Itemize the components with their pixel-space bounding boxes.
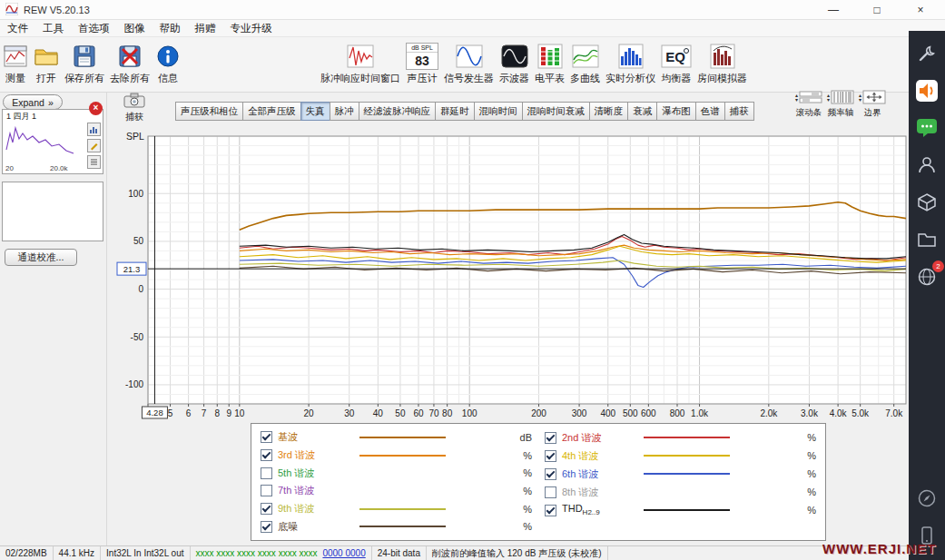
measurement-slot-empty — [2, 182, 103, 241]
chat-icon[interactable] — [915, 116, 939, 140]
menu-file[interactable]: 文件 — [0, 21, 35, 36]
tab-decay[interactable]: 衰减 — [627, 102, 657, 121]
remove-all-button[interactable]: 去除所有 — [107, 41, 153, 86]
legend-row-h5: 5th 谐波% — [261, 464, 532, 482]
tab-impulse[interactable]: 脉冲 — [330, 102, 359, 121]
scrollbars-control[interactable]: ▴▾滚动条 — [795, 90, 822, 119]
measurement-close-icon[interactable]: × — [89, 102, 103, 115]
tab-group-delay[interactable]: 群延时 — [435, 102, 475, 121]
legend-label-h3: 3rd 谐波 — [278, 448, 350, 462]
thumb-graph-icon[interactable] — [87, 123, 101, 136]
tab-capture[interactable]: 捕获 — [724, 102, 754, 121]
audio-app-icon[interactable] — [915, 79, 939, 103]
tab-spectrogram[interactable]: 色谱 — [695, 102, 725, 121]
distortion-chart[interactable]: 100500-50-100456789102030405060708010020… — [107, 125, 908, 427]
close-button[interactable]: × — [911, 4, 930, 16]
limits-icon — [862, 90, 886, 106]
input-levels-blue: 0000 0000 — [322, 548, 365, 558]
legend-row-h7: 7th 谐波% — [261, 482, 532, 500]
legend-checkbox-h3[interactable] — [261, 449, 272, 461]
info-button[interactable]: 信息 — [153, 41, 183, 86]
legend-checkbox-h5[interactable] — [261, 467, 272, 479]
menu-donate[interactable]: 捐赠 — [188, 21, 223, 36]
tab-filtered-ir[interactable]: 经滤波脉冲响应 — [359, 102, 437, 121]
globe-icon[interactable]: 2 — [915, 265, 939, 289]
freq-axis-control[interactable]: ▴▾频率轴 — [827, 90, 854, 119]
legend-left-column: 基波dB3rd 谐波%5th 谐波%7th 谐波%9th 谐波%底噪% — [261, 428, 532, 535]
legend-line-h2 — [644, 437, 730, 438]
measurement-thumbnail[interactable]: 1 四月 1 20 20.0k — [2, 109, 103, 174]
os-side-dock: 2 — [909, 31, 945, 560]
thumb-notes-icon[interactable] — [87, 155, 101, 169]
overlays-button[interactable]: 多曲线 — [567, 41, 603, 86]
menu-bar: 文件工具首选项图像帮助捐赠专业升级 — [0, 20, 945, 37]
legend-checkbox-h2[interactable] — [545, 432, 556, 444]
rta-label: 实时分析仪 — [605, 72, 655, 85]
open-button[interactable]: 打开 — [31, 41, 62, 86]
measure-button[interactable]: 测量 — [0, 41, 31, 86]
legend-label-h4: 4th 谐波 — [562, 449, 635, 463]
scope-button[interactable]: 示波器 — [497, 41, 532, 86]
toolbar: 测量打开保存所有去除所有信息 脉冲响应时间窗口dB SPL83声压计信号发生器示… — [0, 37, 909, 93]
maximize-button[interactable]: □ — [867, 4, 887, 16]
cube-icon[interactable] — [915, 191, 939, 214]
legend-checkbox-fundamental[interactable] — [261, 431, 272, 443]
freq-axis-spinner[interactable]: ▴▾ — [827, 93, 830, 103]
menu-upgrade[interactable]: 专业升级 — [223, 21, 280, 36]
menu-help[interactable]: 帮助 — [153, 21, 188, 36]
status-io-format: Int32L In Int32L out — [101, 546, 190, 560]
graph-tab-bar: 声压级和相位全部声压级失真脉冲经滤波脉冲响应群延时混响时间混响时间衰减清晰度衰减… — [176, 102, 754, 121]
impulse-window-button[interactable]: 脉冲响应时间窗口 — [318, 41, 403, 86]
legend-line-h6 — [644, 473, 730, 475]
compass-icon[interactable] — [915, 486, 939, 510]
legend-checkbox-noise-floor[interactable] — [261, 521, 272, 533]
minimize-button[interactable]: — — [823, 4, 843, 16]
folder-icon[interactable] — [915, 228, 939, 251]
legend-row-thd: THDH2..9% — [545, 501, 816, 519]
contacts-icon[interactable] — [915, 153, 939, 177]
cursor-level-badge[interactable]: 21.3 — [117, 262, 146, 275]
room-sim-button[interactable]: 房间模拟器 — [694, 41, 750, 86]
graph-capture-button[interactable]: 捕获 — [119, 93, 150, 123]
channel-calibration-button[interactable]: 通道校准... — [5, 249, 77, 266]
tab-clarity[interactable]: 清晰度 — [589, 102, 629, 121]
legend-checkbox-h8[interactable] — [545, 486, 556, 498]
x-tick-label: 6 — [186, 408, 192, 418]
save-all-button[interactable]: 保存所有 — [62, 41, 107, 86]
room-sim-icon — [710, 42, 735, 70]
legend-checkbox-h4[interactable] — [545, 450, 556, 462]
tab-rt60[interactable]: 混响时间 — [474, 102, 523, 121]
legend-line-h7 — [359, 490, 446, 492]
level-meters-button[interactable]: 电平表 — [532, 41, 567, 86]
remove-all-icon — [117, 42, 143, 70]
limits-control[interactable]: ▴▾边界 — [859, 90, 886, 119]
legend-checkbox-h9[interactable] — [261, 503, 272, 515]
legend-unit-h5: % — [510, 467, 532, 478]
x-tick-label: 400 — [600, 408, 615, 418]
tab-spl-phase[interactable]: 声压级和相位 — [175, 102, 243, 121]
channel-calibration-label: 通道校准... — [18, 251, 64, 264]
legend-unit-h9: % — [510, 504, 532, 515]
legend-row-h8: 8th 谐波% — [545, 483, 816, 501]
legend-checkbox-h7[interactable] — [261, 485, 272, 496]
tab-all-spl[interactable]: 全部声压级 — [242, 102, 301, 121]
rta-button[interactable]: 实时分析仪 — [603, 41, 658, 86]
legend-checkbox-h6[interactable] — [545, 468, 556, 480]
cursor-freq-badge[interactable]: 4.28 — [142, 407, 167, 418]
signal-generator-button[interactable]: 信号发生器 — [441, 41, 497, 86]
menu-image[interactable]: 图像 — [117, 21, 153, 36]
limits-spinner[interactable]: ▴▾ — [859, 93, 861, 103]
menu-tools[interactable]: 工具 — [35, 21, 71, 36]
tab-rt60-decay[interactable]: 混响时间衰减 — [522, 102, 590, 121]
menu-preferences[interactable]: 首选项 — [71, 21, 117, 36]
thumb-edit-icon[interactable] — [87, 139, 101, 152]
scrollbars-spinner[interactable]: ▴▾ — [795, 93, 798, 103]
tab-distortion[interactable]: 失真 — [300, 102, 330, 121]
tab-waterfall[interactable]: 瀑布图 — [656, 102, 696, 121]
expand-button[interactable]: Expand » — [3, 94, 63, 110]
spl-meter-button[interactable]: dB SPL83声压计 — [403, 41, 441, 86]
spl-meter-unit: dB SPL — [407, 44, 438, 53]
legend-checkbox-thd[interactable] — [545, 505, 556, 516]
eq-button[interactable]: EQ均衡器 — [658, 41, 694, 86]
wrench-icon[interactable] — [915, 42, 939, 65]
